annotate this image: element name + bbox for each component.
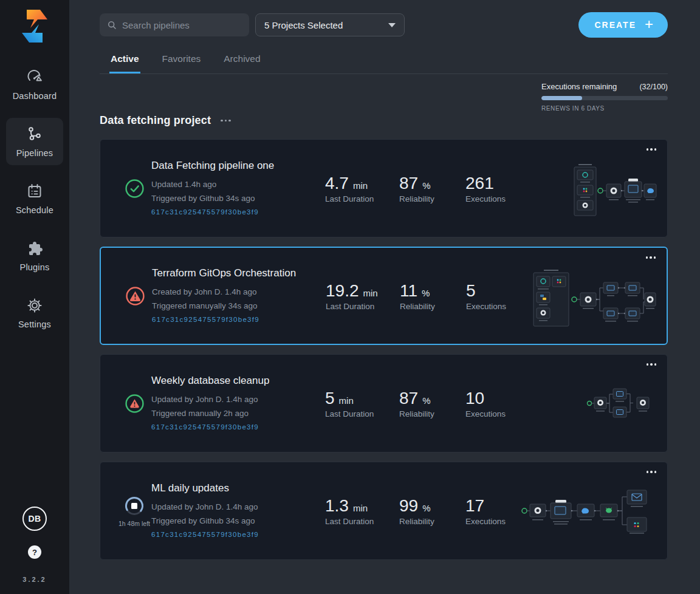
usage-count: (32/100) — [639, 83, 668, 91]
gear-icon — [26, 297, 43, 314]
pipeline-stats: 1.3minLast Duration 99%Reliability 17Exe… — [325, 496, 520, 526]
error-icon — [125, 286, 145, 306]
stat-reliability-value: 99 — [399, 496, 418, 516]
create-button-label: CREATE — [594, 20, 636, 30]
tab-bar: Active Favorites Archived — [100, 53, 668, 74]
help-button[interactable]: ? — [28, 545, 41, 559]
usage-progress-fill — [541, 96, 582, 100]
pipeline-card[interactable]: 1h 48m left ML daily updates Updated by … — [100, 462, 668, 560]
pipeline-updated: Updated by John D. 1.4h ago — [151, 392, 319, 406]
pipeline-updated: Created by John D. 1.4h ago — [152, 285, 320, 299]
card-menu-button[interactable] — [645, 468, 658, 476]
pipeline-stats: 4.7minLast Duration 87%Reliability 261Ex… — [325, 174, 520, 203]
sidebar-item-plugins[interactable]: Plugins — [6, 232, 63, 279]
gauge-icon — [26, 69, 43, 86]
sidebar-item-label: Settings — [18, 319, 51, 329]
usage-progress-track — [541, 96, 668, 100]
stat-duration-value: 4.7 — [325, 174, 349, 193]
card-menu-button[interactable] — [645, 254, 657, 261]
pipeline-triggered: Triggered by Github 34s ago — [151, 514, 319, 528]
pipeline-thumbnail — [572, 159, 657, 218]
success-icon — [125, 179, 145, 199]
search-input[interactable] — [122, 20, 242, 30]
topbar: 5 Projects Selected CREATE + — [100, 12, 668, 38]
sidebar-item-label: Dashboard — [13, 91, 57, 101]
stat-reliability-value: 11 — [400, 281, 417, 301]
pipeline-icon — [26, 126, 43, 143]
pipeline-stats: 5minLast Duration 87%Reliability 10Execu… — [325, 389, 520, 418]
pipeline-title: Weekly database cleanup — [151, 375, 319, 387]
stat-duration-value: 19.2 — [326, 281, 359, 301]
stat-executions-value: 261 — [465, 174, 494, 193]
warning-icon — [125, 394, 145, 414]
sidebar-item-settings[interactable]: Settings — [6, 289, 63, 336]
sidebar-item-label: Plugins — [20, 262, 50, 272]
stat-reliability-value: 87 — [399, 174, 418, 193]
sidebar-item-label: Schedule — [16, 205, 53, 215]
pipeline-card[interactable]: Weekly database cleanup Updated by John … — [100, 354, 668, 452]
stat-executions-value: 10 — [465, 389, 484, 408]
stat-executions-value: 5 — [466, 281, 476, 301]
tab-active[interactable]: Active — [109, 53, 140, 73]
pipeline-list: Data Fetching pipeline one Updated 1.4h … — [100, 139, 668, 560]
pipeline-hash-link[interactable]: 617c31c925475579f30be3f9 — [152, 316, 259, 323]
puzzle-icon — [26, 240, 43, 257]
sidebar-nav: Dashboard Pipelines — [0, 61, 69, 336]
plus-icon: + — [645, 17, 654, 32]
pipeline-card[interactable]: Data Fetching pipeline one Updated 1.4h … — [100, 139, 668, 237]
card-menu-button[interactable] — [645, 146, 658, 153]
usage-renews: RENEWS IN 6 DAYS — [541, 105, 668, 112]
pipeline-triggered: Triggered manuyally 34s ago — [152, 299, 320, 313]
pipeline-hash-link[interactable]: 617c31c925475579f30be3f9 — [151, 208, 259, 216]
pipeline-title: Terraform GitOps Orchestration — [152, 267, 320, 279]
search-box[interactable] — [100, 13, 249, 36]
sidebar-item-pipelines[interactable]: Pipelines — [6, 118, 63, 165]
executions-usage: Executions remaining (32/100) RENEWS IN … — [541, 82, 668, 112]
user-avatar[interactable]: DB — [22, 507, 47, 531]
pipeline-stats: 19.2minLast Duration 11%Reliability 5Exe… — [326, 281, 521, 311]
app-logo — [17, 7, 52, 45]
projects-dropdown-value: 5 Projects Selected — [264, 20, 343, 30]
sidebar-item-label: Pipelines — [16, 148, 53, 158]
pipeline-triggered: Triggered manually 2h ago — [151, 406, 319, 420]
card-menu-button[interactable] — [645, 361, 658, 368]
sidebar-item-dashboard[interactable]: Dashboard — [6, 61, 63, 108]
pipeline-hash-link[interactable]: 617c31c925475579f30be3f9 — [151, 531, 259, 538]
main-content: 5 Projects Selected CREATE + Active Favo… — [69, 0, 700, 594]
pipeline-title: Data Fetching pipeline one — [151, 160, 319, 172]
pipeline-title: ML daily updates — [151, 482, 319, 494]
pipeline-updated: Updated 1.4h ago — [151, 177, 319, 191]
stat-duration-value: 1.3 — [325, 496, 349, 516]
app-version: 3.2.2 — [22, 576, 46, 583]
pipeline-thumbnail — [520, 487, 657, 534]
stop-progress-icon — [123, 495, 145, 517]
sidebar: Dashboard Pipelines — [0, 0, 69, 594]
pipeline-updated: Updated by John D. 1.4h ago — [151, 500, 319, 514]
calendar-icon — [26, 183, 43, 200]
stat-reliability-value: 87 — [399, 389, 418, 408]
stat-executions-value: 17 — [465, 496, 484, 516]
pipeline-hash-link[interactable]: 617c31c925475579f30be3f9 — [151, 423, 259, 431]
usage-label: Executions remaining — [541, 82, 617, 91]
create-button[interactable]: CREATE + — [578, 12, 668, 38]
tab-archived[interactable]: Archived — [222, 53, 261, 73]
search-icon — [107, 19, 117, 30]
tab-favorites[interactable]: Favorites — [161, 53, 202, 73]
projects-dropdown[interactable]: 5 Projects Selected — [255, 13, 405, 36]
pipeline-card-selected[interactable]: Terraform GitOps Orchestration Created b… — [100, 247, 668, 345]
sidebar-item-schedule[interactable]: Schedule — [6, 175, 63, 222]
pipeline-thumbnail — [532, 262, 657, 330]
chevron-down-icon — [388, 23, 396, 27]
pipeline-triggered: Triggered by Github 34s ago — [151, 191, 319, 205]
time-left-label: 1h 48m left — [118, 520, 150, 527]
pipeline-thumbnail — [586, 387, 657, 420]
stat-duration-value: 5 — [325, 389, 335, 408]
project-menu-button[interactable] — [219, 117, 232, 125]
project-title: Data fetching project — [100, 114, 211, 127]
